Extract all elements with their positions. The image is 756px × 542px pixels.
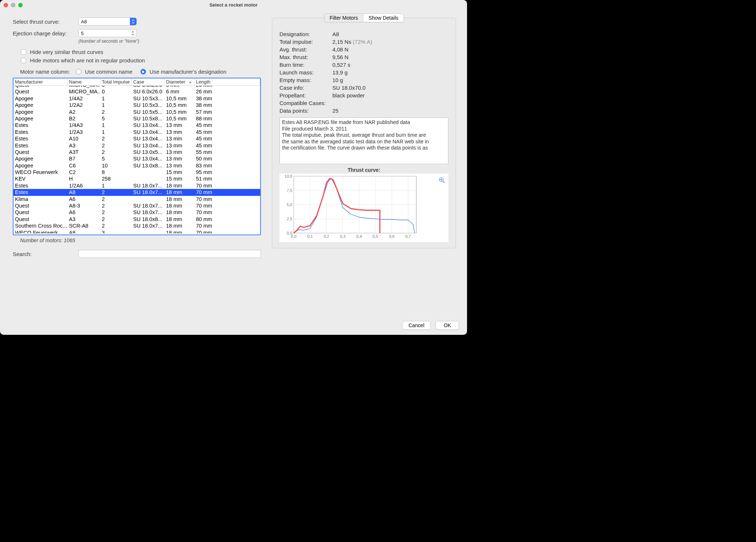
detail-value: 0,527 s bbox=[332, 62, 448, 68]
table-row[interactable]: ApogeeB25SU 10.5x8...10,5 mm88 mm bbox=[14, 115, 260, 122]
cell: SU 10.5x3... bbox=[132, 95, 165, 102]
table-row[interactable]: KEVH25815 mm51 mm bbox=[14, 175, 260, 182]
detail-value: 25 bbox=[332, 108, 448, 114]
cell: Quest bbox=[14, 209, 68, 216]
cell: 55 mm bbox=[194, 149, 260, 155]
table-row[interactable]: Estes1/4A31SU 13.0x4...13 mm45 mm bbox=[14, 122, 260, 128]
dropdown-arrows-icon bbox=[130, 18, 136, 25]
table-row[interactable]: Apogee1/2A21SU 10.5x3...10,5 mm38 mm bbox=[14, 102, 260, 108]
table-row[interactable]: KlimaA6218 mm70 mm bbox=[14, 196, 260, 202]
cell: 10,5 mm bbox=[165, 102, 194, 108]
cell: MICRO_MA... bbox=[68, 86, 100, 88]
hide-similar-checkbox[interactable] bbox=[21, 49, 26, 55]
column-header[interactable]: Name bbox=[68, 78, 100, 85]
description-line: the certification file. The curve drawn … bbox=[282, 145, 446, 151]
column-header[interactable]: Case bbox=[132, 78, 165, 85]
cell: 18 mm bbox=[165, 209, 194, 216]
column-header[interactable]: Manufacturer bbox=[14, 78, 68, 85]
tab-show-details[interactable]: Show Details bbox=[363, 14, 404, 22]
column-header[interactable]: Total Impulse bbox=[100, 78, 132, 85]
cell bbox=[132, 196, 165, 202]
cell: 13 mm bbox=[165, 142, 194, 149]
detail-value: 13,9 g bbox=[332, 69, 448, 76]
cancel-button[interactable]: Cancel bbox=[402, 321, 431, 330]
cell: 57 mm bbox=[194, 109, 260, 115]
cell: 10,5 mm bbox=[165, 115, 194, 122]
cell: A10 bbox=[68, 135, 100, 142]
table-row[interactable]: WECO FeuerwerkA8318 mm70 mm bbox=[14, 229, 260, 233]
table-row[interactable]: QuestA32SU 18.0x8...18 mm80 mm bbox=[14, 216, 260, 222]
motor-description-textarea[interactable]: Estes A8 RASP.ENG file made from NAR pub… bbox=[279, 117, 448, 164]
table-row[interactable]: EstesA32SU 13.0x4...13 mm45 mm bbox=[14, 142, 260, 149]
cell: 8 bbox=[100, 169, 132, 175]
svg-text:10,0: 10,0 bbox=[285, 174, 292, 178]
detail-key: Avg. thrust: bbox=[279, 46, 332, 53]
window-minimize-icon bbox=[11, 3, 15, 7]
detail-key: Max. thrust: bbox=[279, 54, 332, 60]
cell: 5 bbox=[100, 115, 132, 122]
search-input[interactable] bbox=[78, 250, 261, 258]
detail-value: 10 g bbox=[332, 77, 448, 83]
cell: 2 bbox=[100, 222, 132, 229]
radio-manufacturer-designation[interactable] bbox=[140, 69, 146, 74]
tab-filter-motors[interactable]: Filter Motors bbox=[324, 14, 363, 22]
table-row[interactable]: Apogee1/4A21SU 10.5x3...10,5 mm38 mm bbox=[14, 95, 260, 102]
table-row[interactable]: EstesA102SU 13.0x4...13 mm45 mm bbox=[14, 135, 260, 142]
detail-key: Empty mass: bbox=[279, 77, 332, 83]
table-row[interactable]: EstesA82SU 18.0x7...18 mm70 mm bbox=[14, 189, 260, 195]
cell: 13 mm bbox=[165, 122, 194, 128]
window-zoom-icon[interactable] bbox=[18, 3, 23, 7]
table-row[interactable]: WECO FeuerwerkC2815 mm95 mm bbox=[14, 169, 260, 175]
cell: 1 bbox=[100, 95, 132, 102]
column-header[interactable]: Diameter▲ bbox=[165, 78, 194, 85]
window-close-icon[interactable] bbox=[4, 3, 8, 7]
table-row[interactable]: QuestMICRO_MA...0SU 6.0x26.06 mm26 mm bbox=[14, 86, 260, 88]
detail-key: Total impulse: bbox=[279, 39, 332, 45]
hide-nonregular-checkbox[interactable] bbox=[21, 58, 26, 63]
cell: KEV bbox=[14, 175, 68, 182]
cell: Quest bbox=[14, 149, 68, 155]
cell: SU 13.0x5... bbox=[132, 149, 165, 155]
motor-table[interactable]: ManufacturerNameTotal ImpulseCaseDiamete… bbox=[13, 78, 261, 235]
table-row[interactable]: Southern Cross Roc...SCR-A82SU 18.0x7...… bbox=[14, 222, 260, 229]
description-line: The total impulse, peak thrust, average … bbox=[282, 132, 446, 139]
table-row[interactable]: Estes1/2A31SU 13.0x4...13 mm45 mm bbox=[14, 129, 260, 135]
table-row[interactable]: QuestA8-32SU 18.0x7...18 mm70 mm bbox=[14, 202, 260, 209]
radio-common-name[interactable] bbox=[76, 69, 81, 74]
description-line: Estes A8 RASP.ENG file made from NAR pub… bbox=[282, 119, 446, 126]
cell: A2 bbox=[68, 109, 100, 115]
table-row[interactable]: QuestA3T2SU 13.0x5...13 mm55 mm bbox=[14, 149, 260, 155]
thrust-curve-select[interactable]: A8 bbox=[78, 18, 137, 26]
cell: H bbox=[68, 175, 100, 182]
table-row[interactable]: QuestA62SU 18.0x7...18 mm70 mm bbox=[14, 209, 260, 216]
cell: A8 bbox=[68, 229, 100, 233]
table-row[interactable]: ApogeeA22SU 10.5x5...10,5 mm57 mm bbox=[14, 109, 260, 115]
table-row[interactable]: QuestMICRO_MA...0SU 6.0x26.06 mm26 mm bbox=[14, 88, 260, 95]
svg-text:2,5: 2,5 bbox=[287, 217, 292, 221]
cell: 1/2A6 bbox=[68, 182, 100, 189]
cell: 45 mm bbox=[194, 135, 260, 142]
ok-button[interactable]: OK bbox=[436, 321, 459, 330]
cell: 1/4A3 bbox=[68, 122, 100, 128]
cell: 2 bbox=[100, 189, 132, 195]
cell: 70 mm bbox=[194, 189, 260, 195]
radio-manufacturer-designation-label: Use manufacturer's designation bbox=[150, 69, 226, 75]
table-row[interactable]: ApogeeC610SU 13.0x8...13 mm83 mm bbox=[14, 162, 260, 169]
cell: 18 mm bbox=[165, 202, 194, 209]
stepper-arrows-icon bbox=[131, 30, 135, 37]
cell: 26 mm bbox=[194, 86, 260, 88]
detail-value: 2,15 Ns (72% A) bbox=[332, 39, 448, 45]
detail-value: black powder bbox=[332, 92, 448, 98]
cell: SU 10.5x8... bbox=[132, 115, 165, 122]
column-header[interactable]: Length bbox=[194, 78, 260, 85]
cell: Quest bbox=[14, 202, 68, 209]
table-row[interactable]: Estes1/2A61SU 18.0x7...18 mm70 mm bbox=[14, 182, 260, 189]
ejection-delay-combo[interactable]: 5 bbox=[78, 29, 137, 37]
cell: 2 bbox=[100, 196, 132, 202]
cell: SU 13.0x8... bbox=[132, 162, 165, 169]
cell: Quest bbox=[14, 88, 68, 95]
cell: 1/2A3 bbox=[68, 129, 100, 135]
table-row[interactable]: ApogeeB75SU 13.0x4...13 mm50 mm bbox=[14, 155, 260, 162]
cell: 95 mm bbox=[194, 169, 260, 175]
zoom-icon[interactable] bbox=[439, 177, 445, 183]
